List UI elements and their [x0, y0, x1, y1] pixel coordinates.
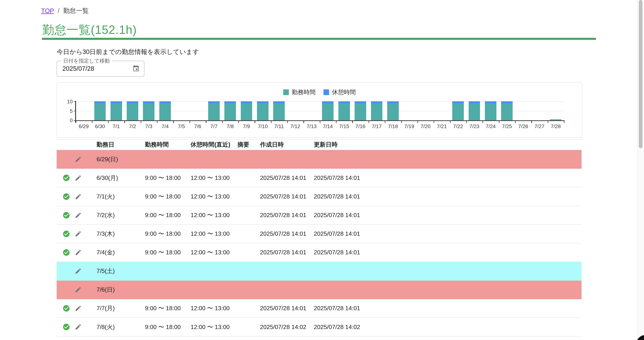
x-tick	[320, 121, 320, 123]
cell-work-time: 9:00 〜 18:00	[145, 206, 181, 224]
break-bar	[452, 101, 464, 103]
col-header-updated: 更新日時	[314, 139, 338, 150]
work-bar	[257, 103, 268, 120]
x-axis-tick-label: 7/8	[226, 123, 234, 129]
edit-pencil-icon[interactable]	[75, 249, 82, 256]
cell-updated-at: 2025/07/28 14:01	[314, 243, 360, 262]
edit-pencil-icon[interactable]	[75, 324, 82, 330]
work-bar	[501, 103, 513, 120]
cell-date: 7/3(木)	[96, 225, 115, 243]
scrollbar-thumb[interactable]	[639, 0, 642, 148]
cell-work-time: 9:00 〜 18:00	[145, 337, 181, 340]
work-bar	[224, 103, 236, 120]
x-axis-tick-label: 6/30	[95, 123, 105, 129]
x-axis-tick-label: 7/2	[129, 123, 136, 129]
table-row: 7/1(火) 9:00 〜 18:00 12:00 〜 13:00 2025/0…	[57, 187, 582, 206]
cell-created-at: 2025/07/28 14:01	[260, 299, 306, 318]
edit-button[interactable]	[75, 262, 82, 280]
edit-button[interactable]	[75, 150, 82, 168]
x-tick	[418, 121, 418, 123]
table-row: 7/4(金) 9:00 〜 18:00 12:00 〜 13:00 2025/0…	[57, 243, 582, 262]
work-bar	[354, 103, 366, 120]
x-tick	[108, 121, 109, 123]
approved-status	[62, 318, 70, 336]
x-tick	[482, 121, 483, 123]
break-bar	[485, 101, 496, 103]
x-axis-tick-label: 7/16	[355, 123, 366, 129]
break-bar	[208, 101, 220, 103]
edit-button[interactable]	[75, 243, 82, 262]
edit-button[interactable]	[75, 187, 82, 206]
edit-button[interactable]	[75, 225, 82, 243]
col-header-work: 勤務時間	[145, 139, 169, 150]
cell-created-at: 2025/07/28 14:02	[260, 337, 306, 340]
cell-updated-at: 2025/07/28 14:01	[314, 225, 360, 243]
col-header-break: 休憩時間(直近)	[191, 139, 230, 150]
edit-button[interactable]	[75, 169, 82, 187]
x-tick	[515, 121, 516, 123]
x-tick	[368, 121, 369, 123]
x-tick	[385, 121, 385, 123]
cell-date: 7/1(火)	[96, 187, 115, 206]
cell-date: 7/7(月)	[96, 299, 115, 318]
table-row: 7/8(火) 9:00 〜 18:00 12:00 〜 13:00 2025/0…	[57, 318, 582, 337]
approved-status	[62, 337, 70, 340]
x-tick	[303, 121, 304, 123]
x-axis-tick-label: 7/6	[194, 123, 201, 129]
cell-updated-at: 2025/07/28 14:01	[314, 206, 360, 224]
cell-updated-at: 2025/07/28 14:01	[314, 169, 360, 187]
check-circle-icon	[62, 249, 70, 256]
attendance-page: TOP / 勤怠一覧 勤怠一覧(152.1h) 今日から30日前までの勤怠情報を…	[0, 0, 644, 340]
title-underline	[42, 38, 596, 40]
approved-status	[62, 169, 70, 187]
breadcrumb-top-link[interactable]: TOP	[41, 7, 54, 14]
work-bar	[94, 103, 106, 120]
edit-button[interactable]	[75, 337, 82, 340]
edit-pencil-icon[interactable]	[75, 286, 82, 293]
cell-updated-at: 2025/07/28 14:01	[314, 187, 360, 206]
x-tick	[271, 121, 272, 123]
edit-button[interactable]	[75, 318, 82, 336]
x-tick	[499, 121, 500, 123]
calendar-icon[interactable]	[132, 65, 140, 72]
edit-button[interactable]	[75, 206, 82, 224]
cell-break-time: 12:00 〜 13:00	[191, 299, 230, 318]
check-circle-icon	[62, 230, 70, 238]
scrollbar	[637, 0, 644, 340]
cell-break-time: 12:00 〜 13:00	[191, 243, 230, 262]
edit-pencil-icon[interactable]	[75, 230, 82, 237]
work-bar	[452, 103, 464, 120]
cell-date: 7/6(日)	[96, 281, 115, 299]
table-row: 6/30(月) 9:00 〜 18:00 12:00 〜 13:00 2025/…	[57, 169, 582, 187]
work-bar	[208, 103, 220, 120]
break-bar	[224, 101, 236, 103]
date-picker-field[interactable]: 日付を指定して移動 2025/07/28	[57, 61, 144, 77]
edit-pencil-icon[interactable]	[75, 212, 82, 219]
approved-status	[62, 187, 70, 206]
break-bar	[387, 101, 399, 103]
x-axis-tick-label: 7/9	[243, 123, 250, 129]
x-axis-tick-label: 7/25	[502, 123, 512, 129]
edit-pencil-icon[interactable]	[75, 268, 82, 275]
cell-work-time: 9:00 〜 18:00	[145, 187, 181, 206]
cell-work-time: 9:00 〜 18:00	[145, 243, 181, 262]
x-tick	[450, 121, 450, 123]
cell-date: 7/4(金)	[96, 243, 115, 262]
cell-created-at: 2025/07/28 14:02	[260, 318, 306, 336]
cell-created-at: 2025/07/28 14:01	[260, 225, 306, 243]
edit-pencil-icon[interactable]	[75, 174, 82, 181]
edit-pencil-icon[interactable]	[75, 193, 82, 200]
attendance-chart-card: 勤務時間 休憩時間 05106/296/307/17/27/37/47/57/6…	[57, 82, 582, 138]
edit-pencil-icon[interactable]	[75, 156, 82, 163]
cell-created-at: 2025/07/28 14:01	[260, 169, 306, 187]
bar-chart-plot: 05106/296/307/17/27/37/47/57/67/77/87/97…	[57, 82, 582, 137]
edit-button[interactable]	[75, 281, 82, 299]
date-input[interactable]: 2025/07/28	[62, 61, 94, 76]
cell-break-time: 12:00 〜 13:00	[191, 337, 230, 340]
x-axis-tick-label: 7/14	[323, 123, 333, 129]
x-axis-tick-label: 7/28	[551, 123, 561, 129]
x-tick	[238, 121, 239, 123]
edit-pencil-icon[interactable]	[75, 305, 82, 312]
edit-button[interactable]	[75, 299, 82, 318]
x-tick	[548, 121, 548, 123]
